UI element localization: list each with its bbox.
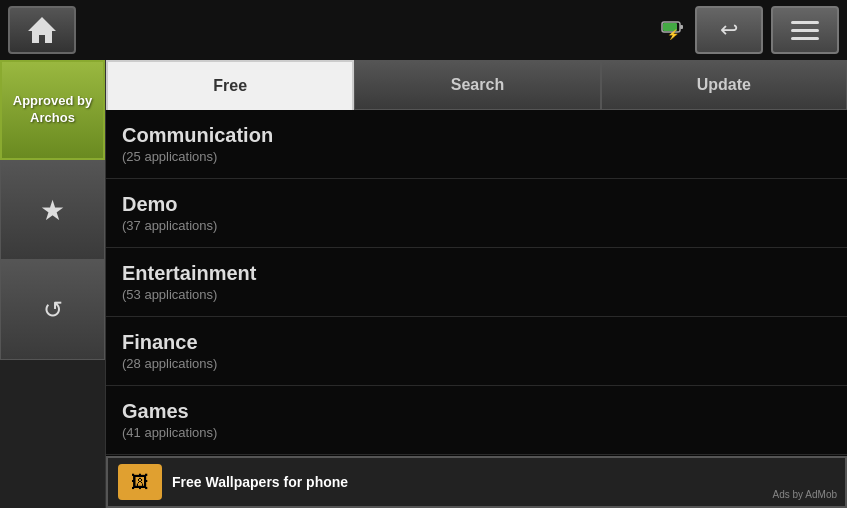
back-arrow-icon: ↩ — [720, 17, 738, 43]
category-item-communication[interactable]: Communication (25 applications) — [106, 110, 847, 179]
menu-line-2 — [791, 29, 819, 32]
approved-label: Approved by Archos — [2, 93, 103, 127]
top-right-icons: ⚡ ↩ — [659, 6, 839, 54]
tab-search[interactable]: Search — [354, 60, 600, 110]
back-button[interactable]: ↩ — [695, 6, 763, 54]
ad-attribution: Ads by AdMob — [773, 489, 837, 500]
home-icon — [26, 15, 58, 45]
tab-update[interactable]: Update — [601, 60, 847, 110]
menu-line-1 — [791, 21, 819, 24]
ad-image: 🖼 — [118, 464, 162, 500]
ad-text: Free Wallpapers for phone — [172, 474, 348, 490]
sidebar-item-favorites[interactable]: ★ — [0, 160, 105, 260]
tab-bar: Free Search Update — [106, 60, 847, 110]
menu-line-3 — [791, 37, 819, 40]
category-item-games[interactable]: Games (41 applications) — [106, 386, 847, 455]
svg-text:⚡: ⚡ — [667, 28, 680, 41]
category-item-entertainment[interactable]: Entertainment (53 applications) — [106, 248, 847, 317]
sidebar-item-recent[interactable]: ↺ — [0, 260, 105, 360]
top-bar: ⚡ ↩ — [0, 0, 847, 60]
category-item-finance[interactable]: Finance (28 applications) — [106, 317, 847, 386]
svg-rect-2 — [680, 25, 683, 29]
menu-button[interactable] — [771, 6, 839, 54]
main-content: Approved by Archos ★ ↺ Free Search Updat… — [0, 60, 847, 508]
tab-free[interactable]: Free — [106, 60, 354, 110]
home-button[interactable] — [8, 6, 76, 54]
charging-icon: ⚡ — [659, 16, 687, 44]
sidebar: Approved by Archos ★ ↺ — [0, 60, 106, 508]
right-panel: Free Search Update Communication (25 app… — [106, 60, 847, 508]
ad-banner[interactable]: 🖼 Free Wallpapers for phone Ads by AdMob — [106, 456, 847, 508]
svg-marker-0 — [28, 17, 56, 43]
sidebar-item-approved[interactable]: Approved by Archos — [0, 60, 105, 160]
menu-icon — [791, 21, 819, 40]
star-icon: ★ — [40, 194, 65, 227]
recent-icon: ↺ — [43, 296, 63, 324]
category-list[interactable]: Communication (25 applications) Demo (37… — [106, 110, 847, 456]
charge-svg: ⚡ — [659, 16, 687, 44]
category-item-demo[interactable]: Demo (37 applications) — [106, 179, 847, 248]
